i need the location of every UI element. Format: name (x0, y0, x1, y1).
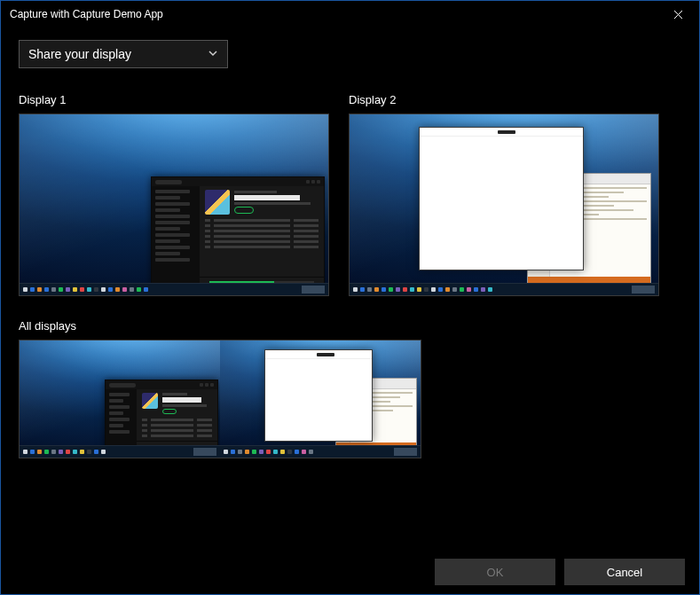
preview-taskbar (20, 283, 328, 295)
all-displays-label: All displays (19, 319, 681, 333)
close-button[interactable] (662, 1, 694, 27)
close-icon (673, 10, 683, 20)
cancel-button[interactable]: Cancel (564, 559, 685, 585)
ok-button[interactable]: OK (435, 559, 555, 585)
chevron-down-icon (208, 47, 218, 61)
display-2-thumb[interactable] (349, 114, 659, 296)
preview-title (234, 195, 300, 200)
display-options: Display 1 (1, 84, 699, 458)
titlebar: Capture with Capture Demo App (1, 1, 699, 27)
all-displays-card: All displays (19, 319, 681, 458)
preview-blank-window (419, 127, 584, 270)
display-2-label: Display 2 (349, 93, 659, 106)
display-1-card: Display 1 (19, 93, 329, 296)
mode-row: Share your display (1, 27, 699, 84)
display-2-card: Display 2 (349, 93, 659, 296)
preview-app-window (151, 176, 325, 286)
window-title: Capture with Capture Demo App (10, 8, 662, 20)
share-mode-value: Share your display (28, 47, 131, 61)
display-1-label: Display 1 (19, 93, 329, 106)
display-1-thumb[interactable] (19, 114, 329, 296)
share-mode-dropdown[interactable]: Share your display (19, 40, 228, 68)
preview-taskbar (350, 283, 658, 295)
dialog-footer: OK Cancel (1, 550, 699, 594)
all-displays-thumb[interactable] (19, 340, 421, 458)
